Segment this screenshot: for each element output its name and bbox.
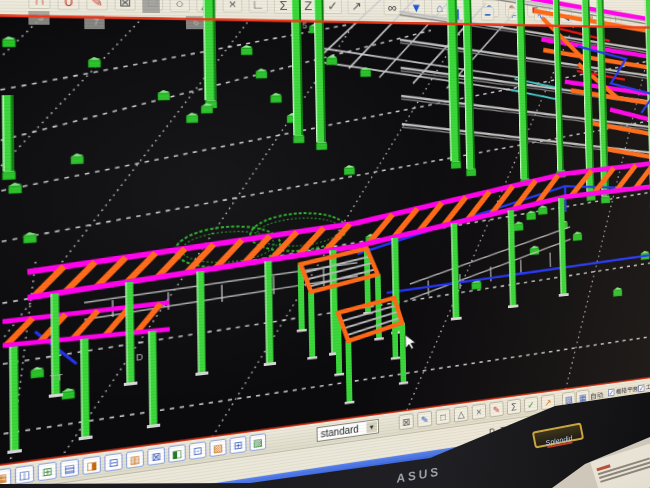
sticker-text: Splendid — [545, 434, 573, 446]
monitor-photo: ∩∪✎⊠□○△×∟ΣZ✓↗∞▼⌂■✎✎■□▎━⌐∿◀»| 3765DTT sta… — [0, 0, 650, 488]
splendid-sticker: Splendid — [532, 422, 584, 448]
asus-logo: ASUS — [395, 464, 442, 485]
